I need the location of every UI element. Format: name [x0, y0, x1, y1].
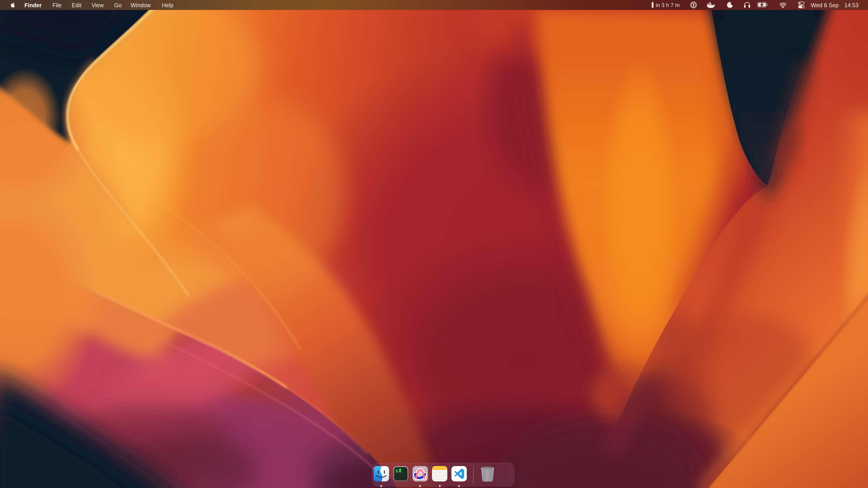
svg-text:$: $ — [395, 468, 398, 474]
